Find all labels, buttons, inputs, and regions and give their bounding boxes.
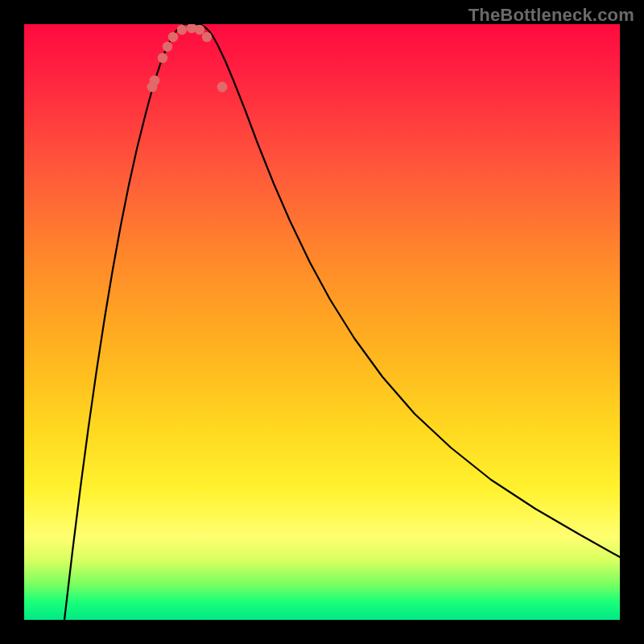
curve-marker — [202, 32, 212, 42]
curve-marker — [163, 42, 172, 52]
bottleneck-curve — [64, 24, 620, 620]
curve-marker — [177, 25, 187, 35]
watermark-text: TheBottleneck.com — [469, 5, 634, 26]
chart-plot-area — [24, 24, 620, 620]
curve-marker — [158, 53, 167, 63]
curve-marker — [217, 82, 228, 93]
curve-marker — [195, 25, 204, 35]
curve-marker — [168, 32, 178, 42]
chart-svg — [24, 24, 620, 620]
curve-marker — [150, 76, 160, 86]
